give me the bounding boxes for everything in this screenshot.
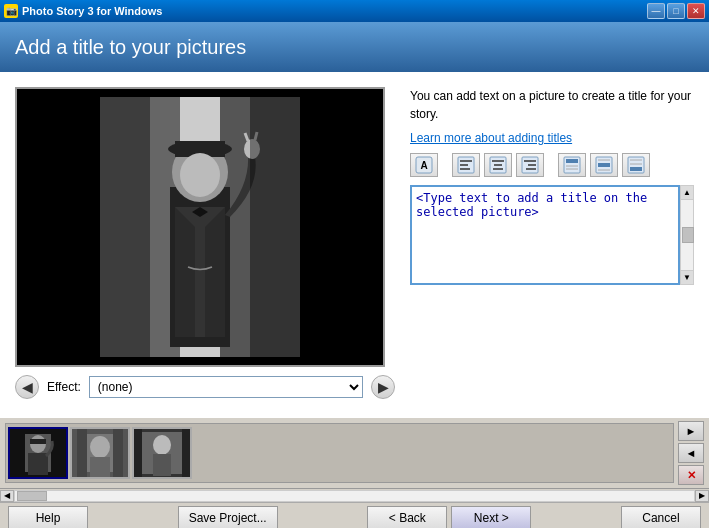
h-scrollbar-thumb[interactable] bbox=[17, 491, 47, 501]
align-center-button[interactable] bbox=[484, 153, 512, 177]
title-bar-title: Photo Story 3 for Windows bbox=[22, 5, 162, 17]
svg-rect-45 bbox=[30, 439, 46, 444]
svg-rect-31 bbox=[566, 159, 578, 163]
filmstrip-container bbox=[5, 423, 674, 483]
prev-photo-button[interactable]: ◀ bbox=[15, 375, 39, 399]
svg-rect-56 bbox=[153, 454, 171, 476]
main-content: ◀ Effect: (none) Black and White Sepia W… bbox=[0, 72, 709, 418]
help-button[interactable]: Help bbox=[8, 506, 88, 529]
h-scrollbar-track bbox=[14, 490, 695, 502]
scroll-up-arrow[interactable]: ▲ bbox=[681, 186, 693, 200]
maximize-button[interactable]: □ bbox=[667, 3, 685, 19]
filmstrip-thumb-2[interactable] bbox=[70, 427, 130, 479]
app-icon: 📷 bbox=[4, 4, 18, 18]
title-bar-left: 📷 Photo Story 3 for Windows bbox=[4, 4, 162, 18]
footer-nav: < Back Next > bbox=[367, 506, 531, 529]
footer: Help Save Project... < Back Next > Cance… bbox=[0, 502, 709, 528]
position-middle-icon bbox=[595, 156, 613, 174]
position-middle-button[interactable] bbox=[590, 153, 618, 177]
help-text: You can add text on a picture to create … bbox=[410, 87, 694, 123]
close-button[interactable]: ✕ bbox=[687, 3, 705, 19]
title-bar: 📷 Photo Story 3 for Windows — □ ✕ bbox=[0, 0, 709, 22]
text-tools: A bbox=[410, 153, 694, 177]
title-text-input[interactable]: <Type text to add a title on the selecte… bbox=[410, 185, 680, 285]
photo-image bbox=[100, 97, 300, 357]
svg-rect-52 bbox=[113, 429, 123, 477]
svg-rect-57 bbox=[134, 429, 142, 477]
font-icon: A bbox=[415, 156, 433, 174]
scroll-down-arrow[interactable]: ▼ bbox=[681, 270, 693, 284]
filmstrip-forward-button[interactable]: ► bbox=[678, 421, 704, 441]
svg-rect-51 bbox=[77, 429, 87, 477]
filmstrip-area: ► ◄ ✕ bbox=[0, 418, 709, 488]
filmstrip-thumb-1[interactable] bbox=[8, 427, 68, 479]
save-project-button[interactable]: Save Project... bbox=[178, 506, 278, 529]
cancel-button[interactable]: Cancel bbox=[621, 506, 701, 529]
filmstrip-delete-button[interactable]: ✕ bbox=[678, 465, 704, 485]
thumb-3-image bbox=[134, 429, 190, 477]
horizontal-scrollbar: ◀ ▶ bbox=[0, 488, 709, 502]
photo-viewer bbox=[15, 87, 385, 367]
scroll-thumb[interactable] bbox=[682, 227, 694, 243]
filmstrip-controls: ► ◄ ✕ bbox=[678, 421, 704, 485]
page-title: Add a title to your pictures bbox=[15, 36, 246, 59]
font-button[interactable]: A bbox=[410, 153, 438, 177]
title-bar-controls: — □ ✕ bbox=[647, 3, 705, 19]
svg-rect-58 bbox=[182, 429, 190, 477]
svg-rect-15 bbox=[250, 97, 300, 357]
back-button[interactable]: < Back bbox=[367, 506, 447, 529]
position-top-icon bbox=[563, 156, 581, 174]
align-center-icon bbox=[489, 156, 507, 174]
thumb-1-image bbox=[10, 429, 66, 477]
next-button[interactable]: Next > bbox=[451, 506, 531, 529]
thumb-2-image bbox=[72, 429, 128, 477]
svg-rect-41 bbox=[630, 167, 642, 171]
align-left-button[interactable] bbox=[452, 153, 480, 177]
svg-rect-36 bbox=[598, 163, 610, 167]
left-panel: ◀ Effect: (none) Black and White Sepia W… bbox=[15, 87, 395, 403]
position-bottom-icon bbox=[627, 156, 645, 174]
svg-rect-50 bbox=[90, 457, 110, 477]
photo-canvas bbox=[17, 89, 383, 365]
minimize-button[interactable]: — bbox=[647, 3, 665, 19]
effect-row: ◀ Effect: (none) Black and White Sepia W… bbox=[15, 375, 395, 399]
position-bottom-button[interactable] bbox=[622, 153, 650, 177]
svg-point-10 bbox=[180, 153, 220, 197]
align-right-button[interactable] bbox=[516, 153, 544, 177]
effect-label: Effect: bbox=[47, 380, 81, 394]
svg-rect-46 bbox=[28, 453, 48, 475]
scrollbar-vertical: ▲ ▼ bbox=[680, 185, 694, 285]
filmstrip-thumb-3[interactable] bbox=[132, 427, 192, 479]
next-photo-button[interactable]: ▶ bbox=[371, 375, 395, 399]
effect-select[interactable]: (none) Black and White Sepia Watercolor bbox=[89, 376, 363, 398]
text-area-container: <Type text to add a title on the selecte… bbox=[410, 185, 694, 403]
h-scroll-left-button[interactable]: ◀ bbox=[0, 490, 14, 502]
filmstrip-back-button[interactable]: ◄ bbox=[678, 443, 704, 463]
app-header: Add a title to your pictures bbox=[0, 22, 709, 72]
right-panel: You can add text on a picture to create … bbox=[410, 87, 694, 403]
svg-point-49 bbox=[90, 436, 110, 458]
svg-text:A: A bbox=[420, 160, 427, 171]
align-right-icon bbox=[521, 156, 539, 174]
svg-rect-14 bbox=[100, 97, 150, 357]
svg-point-55 bbox=[153, 435, 171, 455]
position-top-button[interactable] bbox=[558, 153, 586, 177]
help-link[interactable]: Learn more about adding titles bbox=[410, 131, 694, 145]
h-scroll-right-button[interactable]: ▶ bbox=[695, 490, 709, 502]
align-left-icon bbox=[457, 156, 475, 174]
